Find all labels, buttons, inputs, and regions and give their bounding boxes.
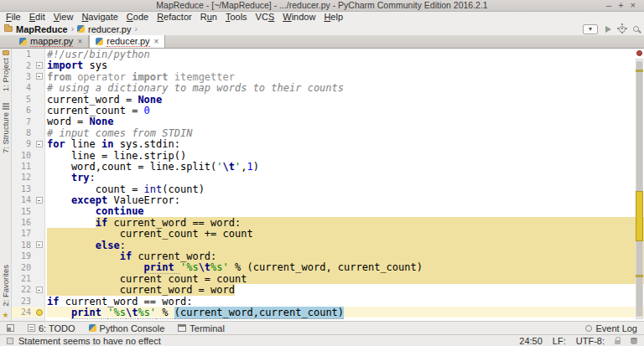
stripe-warning-mark[interactable] xyxy=(636,275,643,277)
line-number[interactable]: 5 xyxy=(12,95,34,104)
code-line-5[interactable]: current_word = None xyxy=(47,94,644,105)
fold-marker-icon[interactable] xyxy=(36,197,43,204)
menu-item-vcs[interactable]: VCS xyxy=(252,12,279,23)
code-area[interactable]: #!/usr/bin/pythonimport sysfrom operator… xyxy=(45,49,644,321)
tool-button-todo[interactable]: 6: TODO xyxy=(28,323,75,333)
line-number[interactable]: 15 xyxy=(12,207,34,216)
code-line-4[interactable]: # using a dictionary to map words to the… xyxy=(47,82,644,93)
fold-marker-icon[interactable] xyxy=(36,73,43,80)
code-line-2[interactable]: import sys xyxy=(47,59,644,70)
menu-item-window[interactable]: Window xyxy=(278,12,319,23)
search-icon[interactable] xyxy=(633,26,639,32)
code-line-10[interactable]: line = line.strip() xyxy=(47,150,644,161)
tool-window-access-icon[interactable] xyxy=(7,324,14,332)
code-line-12[interactable]: try: xyxy=(47,172,644,183)
line-number[interactable]: 3 xyxy=(12,72,34,81)
line-number[interactable]: 13 xyxy=(12,184,34,194)
line-number[interactable]: 18 xyxy=(12,240,34,250)
fold-marker-icon[interactable] xyxy=(36,62,43,69)
line-number[interactable]: 12 xyxy=(12,173,34,182)
code-line-11[interactable]: word,count = line.split('\t',1) xyxy=(47,161,644,172)
menu-item-tools[interactable]: Tools xyxy=(221,12,252,23)
menu-item-help[interactable]: Help xyxy=(319,12,347,23)
line-number[interactable]: 7 xyxy=(12,117,34,127)
code-line-15[interactable]: continue xyxy=(47,205,644,216)
code-line-6[interactable]: current_count = 0 xyxy=(47,105,644,116)
tool-button-python-console[interactable]: Python Console xyxy=(89,323,165,333)
line-number[interactable]: 10 xyxy=(12,151,34,160)
fold-marker-icon[interactable] xyxy=(36,287,43,293)
line-number[interactable]: 4 xyxy=(12,83,34,92)
scrollbar-thumb[interactable] xyxy=(636,61,642,317)
tool-button-structure[interactable]: 7: Structure xyxy=(1,103,10,153)
code-line-17[interactable]: current_count += count xyxy=(47,228,644,239)
editor[interactable]: 123456789101112131415161718192021222324 … xyxy=(12,49,644,321)
line-number[interactable]: 23 xyxy=(12,297,34,306)
menu-item-refactor[interactable]: Refactor xyxy=(153,12,196,23)
line-number[interactable]: 24 xyxy=(12,307,34,317)
code-line-16[interactable]: if current_word == word: xyxy=(47,217,644,228)
menu-item-navigate[interactable]: Navigate xyxy=(77,12,122,23)
maximize-button[interactable]: + xyxy=(615,0,626,10)
tool-button-favorites[interactable]: 2: Favorites xyxy=(1,265,10,319)
breadcrumb-item-reducer-py[interactable]: reducer.py xyxy=(88,24,131,34)
line-number[interactable]: 17 xyxy=(12,229,34,238)
line-number[interactable]: 20 xyxy=(12,263,34,272)
line-number[interactable]: 8 xyxy=(12,128,34,137)
line-number[interactable]: 1 xyxy=(12,49,34,59)
encoding[interactable]: UTF-8: xyxy=(576,336,605,346)
minimize-button[interactable]: – xyxy=(603,0,615,10)
code-line-22[interactable]: current_word = word xyxy=(47,284,644,295)
inspection-indicator-icon[interactable] xyxy=(636,50,642,56)
line-number[interactable]: 6 xyxy=(12,106,34,115)
line-number[interactable]: 21 xyxy=(12,274,34,283)
fold-marker-icon[interactable] xyxy=(36,241,43,248)
menu-item-code[interactable]: Code xyxy=(122,12,153,23)
run-button[interactable] xyxy=(605,26,611,33)
code-line-23[interactable]: if current_word == word: xyxy=(47,296,644,307)
menu-item-run[interactable]: Run xyxy=(196,12,221,23)
run-config-dropdown[interactable]: ▾ xyxy=(583,24,598,34)
lock-icon[interactable] xyxy=(615,340,621,344)
settings-gear-icon[interactable] xyxy=(619,26,626,33)
tab-mapper-py[interactable]: mapper.py× xyxy=(13,35,89,48)
tool-button-terminal[interactable]: Terminal xyxy=(178,323,225,333)
lightbulb-icon[interactable] xyxy=(36,309,43,316)
breadcrumb-item-mapreduce[interactable]: MapReduce xyxy=(16,24,68,34)
line-number[interactable]: 11 xyxy=(12,162,34,171)
code-line-19[interactable]: if current_word: xyxy=(47,250,644,261)
code-line-21[interactable]: current_count = count xyxy=(47,273,644,284)
hector-inspector-icon[interactable] xyxy=(631,338,637,344)
code-line-20[interactable]: print '%s\t%s' % (current_word, current_… xyxy=(47,261,644,272)
menu-item-edit[interactable]: Edit xyxy=(25,12,49,23)
line-separator[interactable]: LF: xyxy=(553,336,566,346)
code-line-18[interactable]: else: xyxy=(47,240,644,250)
tab-close-icon[interactable]: × xyxy=(153,37,159,46)
fold-marker-icon[interactable] xyxy=(36,141,43,147)
line-number[interactable]: 2 xyxy=(12,61,34,70)
title-bar[interactable]: MapReduce - [~/MapReduce] - .../reducer.… xyxy=(0,0,644,12)
close-button[interactable]: × xyxy=(627,0,639,10)
code-line-9[interactable]: for line in sys.stdin: xyxy=(47,138,644,149)
stripe-warning-mark[interactable] xyxy=(636,70,643,72)
tool-button-project[interactable]: 1: Project xyxy=(1,50,10,91)
caret-position[interactable]: 24:50 xyxy=(519,336,543,346)
line-number[interactable]: 14 xyxy=(12,195,34,204)
code-line-3[interactable]: from operator import itemgetter xyxy=(47,71,644,82)
line-number[interactable]: 9 xyxy=(12,139,34,148)
tab-reducer-py[interactable]: reducer.py× xyxy=(89,35,165,48)
code-line-7[interactable]: word = None xyxy=(47,116,644,127)
menu-item-view[interactable]: View xyxy=(49,12,78,23)
line-number[interactable]: 19 xyxy=(12,251,34,261)
code-line-14[interactable]: except ValueError: xyxy=(47,194,644,205)
line-number[interactable]: 16 xyxy=(12,218,34,227)
code-line-8[interactable]: # input comes from STDIN xyxy=(47,127,644,138)
menu-item-file[interactable]: File xyxy=(2,12,25,23)
tab-close-icon[interactable]: × xyxy=(76,37,82,46)
code-line-24[interactable]: print '%s\t%s' % (current_word,current_c… xyxy=(47,307,644,318)
scrollbar[interactable] xyxy=(636,59,643,319)
code-line-13[interactable]: count = int(count) xyxy=(47,183,644,194)
status-panel-icon[interactable] xyxy=(7,338,13,344)
event-log-button[interactable]: Event Log xyxy=(585,323,637,333)
line-number[interactable]: 22 xyxy=(12,285,34,294)
